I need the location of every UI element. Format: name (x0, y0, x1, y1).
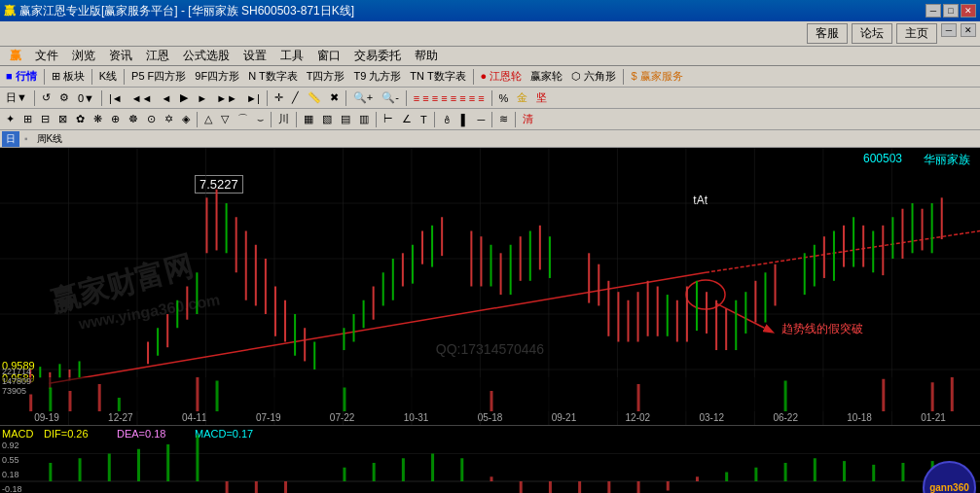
period-week[interactable]: 周K线 (33, 131, 67, 147)
svg-rect-111 (784, 381, 787, 412)
tb-draw7[interactable]: ⊕ (107, 111, 124, 127)
kline-chart[interactable]: 赢家财富网 www.yinga360.com 600503 华丽家族 7.522… (0, 148, 980, 425)
menu-window[interactable]: 窗口 (311, 46, 346, 66)
tb-nav-start[interactable]: |◄ (105, 90, 127, 106)
tb-draw11[interactable]: ◈ (178, 111, 194, 127)
tb-minimize-button[interactable]: ─ (941, 23, 957, 37)
svg-rect-32 (186, 287, 188, 320)
svg-rect-137 (637, 481, 640, 493)
vol-label-3: 73905 (2, 386, 26, 396)
forum-button[interactable]: 论坛 (852, 23, 892, 44)
tb-draw5[interactable]: ✿ (72, 111, 89, 127)
tb-draw8[interactable]: ☸ (125, 111, 142, 127)
tb-draw10[interactable]: ✡ (161, 111, 177, 127)
tb-t9[interactable]: T9 九方形 (349, 67, 405, 86)
service-button[interactable]: 客服 (807, 23, 848, 44)
tb-grid4[interactable]: ▥ (355, 111, 373, 127)
window-controls[interactable]: ─ □ ✕ (926, 4, 976, 18)
tb-jianen-wheel[interactable]: ● 江恩轮 (477, 67, 526, 86)
svg-rect-53 (412, 245, 414, 284)
tb-draw2[interactable]: ⊞ (19, 111, 36, 127)
tb-close-button[interactable]: ✕ (961, 23, 976, 37)
period-day[interactable]: 日 (2, 131, 19, 147)
tb-9f4[interactable]: 9F四方形 (191, 67, 243, 86)
tb-line[interactable]: ╱ (288, 89, 303, 106)
tb-day[interactable]: 日▼ (2, 88, 31, 107)
tb-p5f4[interactable]: P5 F四方形 (127, 67, 190, 86)
svg-rect-143 (814, 458, 817, 481)
tb-nav-next[interactable]: ► (193, 90, 211, 106)
tb-fib[interactable]: ≋ (495, 111, 512, 127)
tb-zoom-out[interactable]: 🔍- (378, 89, 403, 106)
tb-grid1[interactable]: ▦ (300, 111, 317, 127)
tb-draw1[interactable]: ✦ (2, 111, 18, 127)
svg-rect-68 (607, 281, 609, 336)
tb-angle[interactable]: ∠ (398, 111, 416, 127)
menu-win-icon[interactable]: 赢 (4, 46, 27, 66)
tb-measure[interactable]: ⊢ (380, 111, 397, 127)
tb-percent[interactable]: % (495, 90, 513, 106)
svg-rect-132 (490, 476, 493, 481)
separator (515, 112, 516, 127)
tb-nav-play[interactable]: ▶ (176, 89, 192, 106)
svg-rect-81 (735, 300, 737, 350)
menu-settings[interactable]: 设置 (237, 46, 272, 66)
tb-grid3[interactable]: ▤ (337, 111, 354, 127)
tb-cross[interactable]: ✛ (271, 89, 287, 106)
tb-delete[interactable]: ✖ (326, 89, 343, 106)
tb-nav-end[interactable]: ►| (242, 90, 264, 106)
tb-refresh[interactable]: ↺ (38, 89, 54, 106)
tb-win-wheel[interactable]: 赢家轮 (526, 67, 566, 86)
tb-clear-all[interactable]: 清 (519, 110, 537, 128)
menu-browse[interactable]: 浏览 (66, 46, 101, 66)
tb-ruler[interactable]: 📏 (304, 89, 325, 106)
tb-t4[interactable]: T四方形 (303, 67, 349, 86)
tb-shape4[interactable]: ⌣ (253, 111, 268, 127)
minimize-button[interactable]: ─ (926, 4, 941, 18)
maximize-button[interactable]: □ (943, 4, 959, 18)
tb-setting2[interactable]: ⚙ (55, 89, 73, 106)
tb-more-tools[interactable]: ≡ ≡ ≡ ≡ ≡ ≡ ≡ ≡ (410, 90, 489, 106)
menu-tools[interactable]: 工具 (274, 46, 309, 66)
tb-tn[interactable]: TN T数字表 (406, 67, 469, 86)
tb-draw9[interactable]: ⊙ (143, 111, 160, 127)
menu-formula[interactable]: 公式选股 (177, 46, 236, 66)
tb-nav-prev-page[interactable]: ◄◄ (127, 90, 157, 106)
menu-file[interactable]: 文件 (29, 46, 64, 66)
svg-rect-135 (578, 481, 581, 493)
tb-kline[interactable]: K线 (95, 67, 121, 86)
tb-grid2[interactable]: ▧ (318, 111, 336, 127)
home-button[interactable]: 主页 (896, 23, 937, 44)
svg-rect-31 (176, 300, 178, 329)
macd-chart[interactable]: MACD DIF=0.26 DEA=0.18 MACD=0.17 0.92 0.… (0, 425, 980, 493)
tb-zoom-in[interactable]: 🔍+ (349, 89, 377, 106)
tb-line2[interactable]: ─ (474, 112, 490, 127)
tb-win-service[interactable]: $ 赢家服务 (627, 67, 686, 86)
tb-quotes[interactable]: ■ 行情 (2, 67, 41, 86)
tb-shape1[interactable]: △ (200, 111, 216, 127)
tb-board[interactable]: ⊞ 板块 (48, 67, 89, 86)
tb-nav-next-page[interactable]: ►► (212, 90, 241, 106)
svg-rect-64 (539, 226, 541, 270)
tb-nt[interactable]: N T数字表 (244, 67, 302, 86)
tb-num[interactable]: 0▼ (74, 90, 98, 106)
menu-help[interactable]: 帮助 (409, 46, 444, 66)
menu-trading[interactable]: 交易委托 (348, 46, 407, 66)
tb-draw6[interactable]: ❋ (90, 111, 106, 127)
tb-shape2[interactable]: ▽ (217, 111, 233, 127)
close-button[interactable]: ✕ (961, 4, 976, 18)
tb-draw3[interactable]: ⊟ (37, 111, 54, 127)
tb-hexagon[interactable]: ⬡ 六角形 (567, 67, 620, 86)
chart-container: 赢家财富网 www.yinga360.com 600503 华丽家族 7.522… (0, 148, 980, 493)
menu-news[interactable]: 资讯 (103, 46, 138, 66)
tb-gold[interactable]: 金 (513, 88, 531, 107)
menu-jianen[interactable]: 江恩 (140, 46, 175, 66)
tb-gann1[interactable]: 川 (274, 110, 293, 128)
tb-text[interactable]: T (417, 112, 431, 127)
tb-candle[interactable]: 🕯 (438, 112, 456, 127)
tb-more2[interactable]: 坚 (532, 88, 551, 107)
tb-bar[interactable]: ▌ (457, 112, 473, 127)
tb-shape3[interactable]: ⌒ (234, 110, 252, 128)
tb-draw4[interactable]: ⊠ (54, 111, 71, 127)
tb-nav-prev[interactable]: ◄ (157, 90, 175, 106)
